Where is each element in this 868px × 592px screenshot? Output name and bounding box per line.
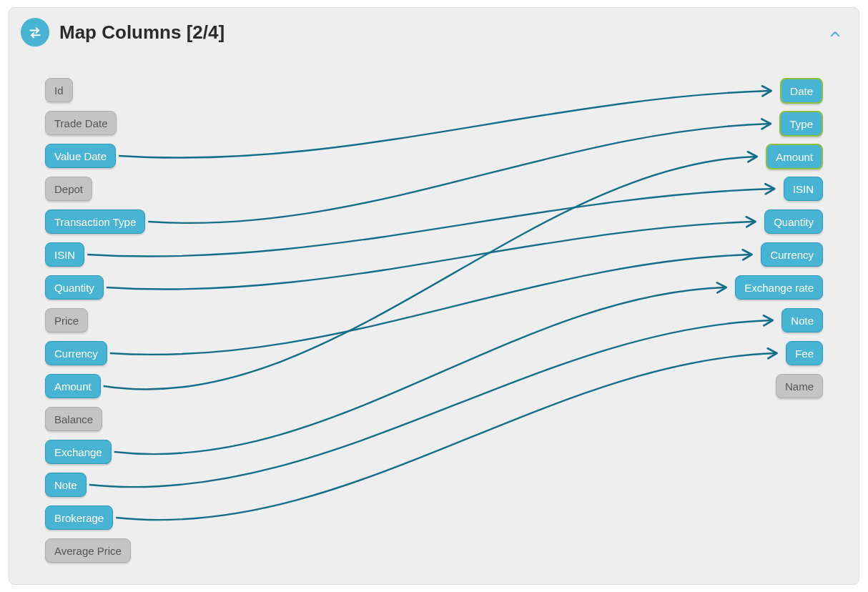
- target-chip-isin[interactable]: ISIN: [784, 177, 823, 201]
- source-column: IdTrade DateValue DateDepotTransaction T…: [45, 78, 145, 571]
- mapping-link[interactable]: [89, 320, 772, 487]
- source-chip-transactiontype[interactable]: Transaction Type: [45, 209, 145, 234]
- chevron-up-icon: [829, 28, 842, 41]
- source-chip-tradedate[interactable]: Trade Date: [45, 111, 117, 135]
- target-chip-amount[interactable]: Amount: [766, 144, 823, 169]
- target-chip-note[interactable]: Note: [781, 308, 823, 332]
- target-chip-fee[interactable]: Fee: [786, 341, 823, 365]
- target-column: DateTypeAmountISINQuantityCurrencyExchan…: [735, 78, 823, 407]
- source-chip-balance[interactable]: Balance: [45, 407, 102, 431]
- source-chip-valuedate[interactable]: Value Date: [45, 144, 116, 168]
- source-chip-id[interactable]: Id: [45, 78, 73, 102]
- mapping-link[interactable]: [116, 353, 776, 520]
- panel-header: Map Columns [2/4]: [9, 8, 859, 56]
- source-chip-isin[interactable]: ISIN: [45, 242, 84, 267]
- source-chip-exchange[interactable]: Exchange: [45, 440, 112, 464]
- mapping-link[interactable]: [104, 157, 756, 389]
- target-chip-currency[interactable]: Currency: [761, 242, 823, 267]
- target-chip-type[interactable]: Type: [779, 111, 823, 137]
- source-chip-price[interactable]: Price: [45, 308, 88, 332]
- target-chip-date[interactable]: Date: [780, 78, 823, 104]
- source-chip-averageprice[interactable]: Average Price: [45, 538, 131, 563]
- panel-body: IdTrade DateValue DateDepotTransaction T…: [9, 56, 859, 584]
- target-chip-quantity[interactable]: Quantity: [764, 209, 823, 234]
- mapping-link[interactable]: [110, 255, 751, 355]
- source-chip-currency[interactable]: Currency: [45, 341, 107, 365]
- target-chip-exchangerate[interactable]: Exchange rate: [735, 275, 823, 300]
- mapping-link[interactable]: [119, 91, 770, 158]
- map-columns-panel: Map Columns [2/4] IdTrade DateValue Date…: [9, 7, 859, 585]
- source-chip-brokerage[interactable]: Brokerage: [45, 505, 113, 530]
- collapse-button[interactable]: [829, 28, 842, 44]
- source-chip-depot[interactable]: Depot: [45, 177, 92, 201]
- source-chip-amount[interactable]: Amount: [45, 374, 101, 398]
- source-chip-quantity[interactable]: Quantity: [45, 275, 104, 300]
- swap-icon: [21, 18, 49, 46]
- source-chip-note[interactable]: Note: [45, 473, 87, 497]
- panel-title: Map Columns [2/4]: [59, 21, 225, 44]
- mapping-link[interactable]: [114, 287, 726, 454]
- mapping-link[interactable]: [148, 124, 769, 223]
- target-chip-name[interactable]: Name: [776, 374, 823, 398]
